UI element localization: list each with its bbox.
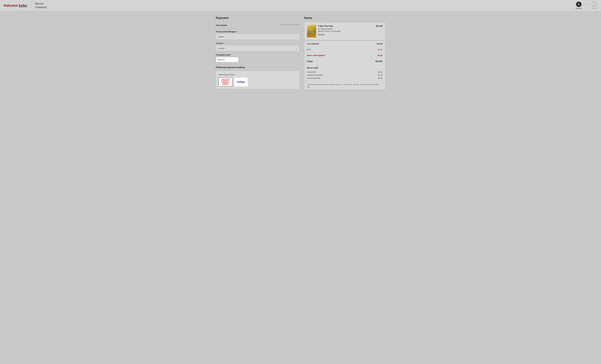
step2-label: Review [592,8,597,10]
province-select[interactable]: Ontario [216,34,299,40]
postal-field-group: Postal/Zip Code * [216,54,299,62]
items-panel: Items SOPHIE KINSELLA I OweYou One I Owe… [304,16,385,90]
applied-value: -$1.00 [378,74,383,76]
store-credit-section-title: Store credit [307,67,383,69]
logo-kobo: kobo [19,4,27,8]
step2-circle: 2 [592,1,597,7]
province-label: Province/State/Region * [216,30,299,33]
indigo-card-option[interactable]: !ndigo [234,77,248,86]
item-price: $13.99 [376,25,383,27]
site-header: Rakuten kobo Secure Checkout 1 Payment 2… [0,0,601,11]
required-note: * indicates a required field [279,23,299,26]
item-details: I Owe You One by Sophie Kinsella eBook (… [318,25,374,36]
payment-method-title: Preferred payment method [216,66,299,69]
step1-circle: 1 [576,1,581,7]
applied-row: Applied to purchase: -$1.00 [307,74,383,77]
step-payment: 1 Payment [576,1,582,10]
cart-subtotal-label: Cart subtotal: [307,43,319,45]
total-credit-label: Total credit: [307,71,316,73]
payment-method-section: Preferred payment method Select type of … [216,66,299,89]
store-credit-section: Store credit Total credit: $1.00 Applied… [307,65,383,81]
rakuten-logo-top: Rakuten [221,79,230,82]
payment-title: Payment [216,16,299,20]
remaining-value: $0.00 [378,77,382,79]
checkout-title: Secure Checkout [35,2,47,9]
items-box: SOPHIE KINSELLA I OweYou One I Owe You O… [304,22,385,40]
country-select[interactable]: Canada [216,45,299,51]
item-format: eBook (EPUB 3, Reflowable) [318,30,374,32]
details-header-row: Your details * indicates a required fiel… [216,23,299,28]
step-review: 2 Review [592,1,597,10]
store-credit-applied-value: -$1.00 [377,54,383,57]
total-value: $14.81 [376,60,382,63]
indigo-logo: !ndigo [237,80,245,84]
main-content: Payment Your details * indicates a requi… [212,11,389,95]
remaining-label: Remaining credit: [307,77,321,79]
total-label: Total: [307,60,313,63]
province-select-wrapper[interactable]: Ontario ⌄ [216,34,299,40]
logo-rakuten: Rakuten [4,4,18,8]
store-credit-applied-row: Store credit applied: -$1.00 [307,53,383,58]
card-options: Rakuten kobo !ndigo [219,77,297,86]
logo: Rakuten kobo [4,4,27,8]
total-credit-value: $1.00 [378,71,382,73]
step-connector [583,4,591,4]
summary-box: Cart subtotal: $13.99 HST: $1.82 Store c… [304,41,385,90]
card-selector-box: Select type of card: Rakuten kobo !ndigo [216,71,299,89]
postal-input[interactable] [216,57,239,62]
your-details-label: Your details [216,24,227,27]
remaining-row: Remaining credit: $0.00 [307,77,383,80]
payment-panel: Payment Your details * indicates a requi… [216,16,304,90]
country-field-group: Country * Canada ⌄ [216,42,299,51]
hst-label: HST: [307,48,311,51]
country-select-wrapper[interactable]: Canada ⌄ [216,45,299,51]
rakuten-kobo-card-option[interactable]: Rakuten kobo [219,77,232,86]
province-field-group: Province/State/Region * Ontario ⌄ [216,30,299,40]
cart-subtotal-value: $13.99 [377,43,383,45]
rakuten-kobo-logo: Rakuten kobo [221,79,230,85]
remove-button[interactable]: Remove [318,33,325,36]
total-credit-row: Total credit: $1.00 [307,71,383,74]
hst-row: HST: $1.82 [307,47,383,53]
item-title: I Owe You One [318,25,374,27]
book-cover: SOPHIE KINSELLA I OweYou One [307,25,316,38]
item-row: SOPHIE KINSELLA I OweYou One I Owe You O… [304,22,385,40]
item-author: by Sophie Kinsella [318,28,374,30]
checkout-steps: 1 Payment 2 Review [576,1,597,10]
step1-label: Payment [576,8,582,10]
rakuten-logo-bottom: kobo [222,82,228,85]
country-label: Country * [216,42,299,44]
card-selector-label: Select type of card: [219,73,297,76]
total-row: Total: $14.81 [307,58,383,65]
hst-value: $1.82 [378,48,383,51]
applied-label: Applied to purchase: [307,74,323,76]
postal-label: Postal/Zip Code * [216,54,299,56]
store-credit-applied-label: Store credit applied: [307,54,325,57]
transaction-note: All transactions processed by Rakuten Ko… [307,81,383,89]
items-title: Items [304,16,385,20]
cart-subtotal-row: Cart subtotal: $13.99 [307,41,383,47]
